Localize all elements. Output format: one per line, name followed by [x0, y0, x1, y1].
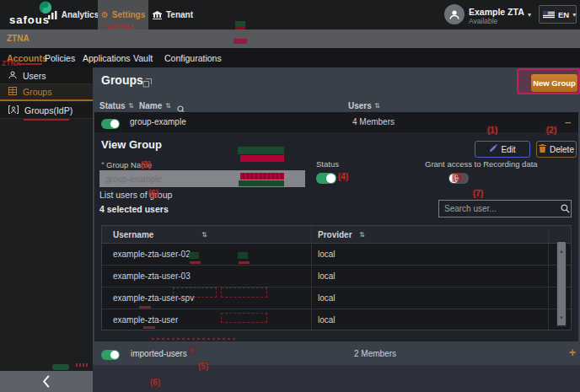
grid-icon	[8, 87, 17, 97]
building-icon	[153, 8, 162, 23]
user-avatar[interactable]	[444, 4, 465, 24]
search-user-input[interactable]	[439, 204, 561, 213]
annotation-dashed-box	[173, 287, 217, 298]
annotation-red-mark	[235, 26, 245, 30]
language-selector[interactable]: EN ▾	[539, 5, 577, 24]
section-tabs: Accounts Policies Applications Vault Con…	[0, 48, 580, 67]
sidebar-item-groups-idp[interactable]: Groups(IdP)	[0, 102, 93, 119]
sort-icon[interactable]: ⇅	[201, 231, 207, 239]
idp-brackets-icon	[8, 105, 19, 115]
collapse-icon[interactable]: –	[565, 116, 571, 127]
sort-icon[interactable]: ⇅	[359, 231, 365, 239]
annotation-4: (4)	[337, 172, 349, 181]
users-table-header: Username ⇅ Provider ⇅	[102, 226, 571, 244]
annotation-red-line	[17, 63, 42, 65]
sidebar-item-label: Groups	[23, 87, 51, 97]
group-name: group-example	[130, 117, 186, 126]
annotation-5: (5)	[452, 173, 464, 182]
username-cell: example-zta-user-02	[113, 250, 191, 259]
annotation-settings-scribble: Settings	[105, 21, 133, 30]
sort-icon[interactable]: ⇅	[128, 102, 134, 110]
trash-icon	[539, 144, 546, 154]
sort-icon[interactable]: ⇅	[374, 102, 380, 110]
status-label: Status	[316, 159, 339, 169]
group-row-collapsed[interactable]: imported-users 2 Members +	[93, 341, 580, 365]
provider-cell: local	[318, 250, 336, 259]
group-members: 2 Members	[354, 349, 396, 358]
sidebar-item-users[interactable]: Users	[0, 67, 93, 84]
column-status: Status	[99, 101, 126, 110]
chevron-down-icon: ▾	[572, 11, 576, 19]
group-status-toggle[interactable]	[101, 350, 120, 360]
annotation-green-bar	[238, 147, 284, 154]
group-detail-panel: group-example 4 Members – (1) (2) View G…	[94, 112, 578, 341]
annotation-red-mark	[239, 261, 250, 264]
annotation-red-mark	[234, 39, 247, 44]
provider-cell: local	[318, 271, 336, 281]
annotation-3: (3)	[140, 160, 152, 169]
grant-recording-label: Grant access to Recording data	[425, 159, 538, 169]
chevron-down-icon[interactable]: ▾	[528, 11, 531, 19]
group-row-expanded[interactable]: group-example 4 Members –	[94, 112, 578, 132]
sidebar-collapse-button[interactable]	[0, 371, 93, 392]
user-row[interactable]: example-zta-user-02 local	[102, 244, 571, 266]
status-toggle[interactable]	[316, 173, 336, 184]
nav-analytics[interactable]: Analytics	[51, 0, 96, 30]
sidebar-item-label: Users	[23, 71, 46, 81]
users-table: Username ⇅ Provider ⇅ example-zta-user-0…	[101, 225, 572, 330]
vertical-scrollbar[interactable]: ▲ ▼	[556, 240, 567, 327]
edit-button[interactable]: Edit	[475, 141, 530, 158]
annotation-crimson-bar	[240, 155, 284, 162]
selected-count: 4 selected users	[99, 204, 169, 214]
column-username: Username	[113, 230, 153, 239]
scroll-up-icon[interactable]: ▲	[557, 248, 566, 255]
annotation-red-mark	[143, 326, 155, 329]
search-icon[interactable]	[561, 204, 574, 213]
nav-analytics-label: Analytics	[62, 10, 99, 19]
tab-vault[interactable]: Vault	[133, 53, 153, 63]
sidebar: Users Groups Groups(IdP)	[0, 67, 93, 371]
delete-button[interactable]: Delete	[536, 141, 577, 158]
tab-policies[interactable]: Policies	[45, 53, 75, 63]
tab-applications[interactable]: Applications	[83, 53, 131, 63]
group-status-toggle[interactable]	[101, 119, 120, 129]
person-icon	[448, 8, 460, 20]
sidebar-item-groups[interactable]: Groups	[0, 84, 93, 101]
column-name: Name	[139, 101, 162, 110]
annotation-dotted-line	[152, 338, 236, 340]
gear-icon: ⚙	[101, 10, 109, 19]
user-icon	[8, 71, 17, 81]
group-members: 4 Members	[352, 117, 395, 126]
annotation-green-bar	[239, 180, 284, 186]
bottom-strip	[93, 365, 580, 392]
annotation-red-underline	[24, 119, 69, 121]
provider-cell: local	[318, 293, 336, 303]
product-label: ZTNA	[7, 34, 30, 43]
us-flag-icon	[543, 11, 555, 19]
pencil-icon	[489, 144, 497, 154]
view-group-title: View Group	[101, 138, 162, 151]
annotation-bottom-5: (5)	[197, 362, 209, 371]
annotation-red-mark	[190, 261, 201, 264]
user-row[interactable]: example-zta-user local	[102, 309, 571, 331]
user-row[interactable]: example-zta-user-03 local	[102, 266, 571, 287]
annotation-green-mark	[238, 252, 248, 259]
nav-tenant[interactable]: Tenant	[150, 0, 196, 30]
nav-tenant-label: Tenant	[166, 10, 193, 19]
new-group-button[interactable]: New Group	[531, 74, 577, 92]
user-name: Example ZTA	[469, 7, 524, 17]
bar-chart-icon	[48, 8, 57, 23]
annotation-red-mark: ⁘	[188, 346, 196, 355]
column-provider: Provider	[318, 230, 352, 239]
copy-icon[interactable]	[142, 76, 152, 91]
tab-configurations[interactable]: Configurations	[164, 53, 222, 63]
username-cell: example-zta-user	[113, 315, 178, 325]
annotation-1: (1)	[486, 126, 498, 135]
top-bar: safous Analytics ⚙ Settings Tenant Examp…	[0, 0, 580, 30]
scroll-down-icon[interactable]: ▼	[557, 314, 566, 321]
search-user-box	[438, 200, 572, 217]
annotation-red-mark	[76, 363, 88, 367]
sort-icon[interactable]: ⇅	[165, 102, 171, 110]
annotation-7: (7)	[472, 189, 484, 198]
expand-icon[interactable]: +	[569, 347, 576, 358]
